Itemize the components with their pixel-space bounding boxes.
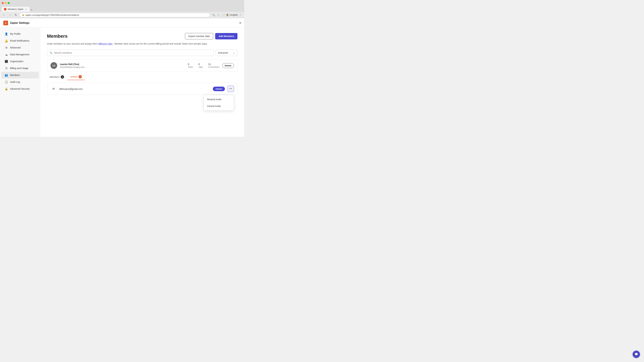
members-tabs: Members 1 Invited 1: [47, 74, 238, 80]
export-btn[interactable]: Export member data: [185, 33, 213, 39]
owner-stats: 0 Tasks 0 Zaps 11 Connections: [188, 63, 219, 68]
sidebar-item-audit-log[interactable]: 📋 Audit Log: [1, 79, 39, 85]
tab-invited-count: 1: [78, 75, 82, 78]
sidebar-label-data-management: Data Management: [10, 53, 29, 56]
org-icon: ⬛: [5, 60, 8, 63]
menu-btn[interactable]: ⋮: [239, 13, 242, 17]
filter-select[interactable]: Everyone ⌄: [216, 50, 238, 56]
app-title: Zapier Settings: [10, 21, 30, 24]
billing-icon: ☰: [5, 66, 8, 70]
owner-role-badge: Owner: [222, 63, 234, 68]
audit-icon: 📋: [5, 80, 8, 84]
roles-link[interactable]: different roles: [98, 42, 112, 45]
owner-zaps-value: 0: [198, 63, 203, 65]
description: Invite members to your account and assig…: [47, 42, 238, 45]
sidebar-label-advanced: Advanced: [10, 46, 20, 49]
reload-btn[interactable]: ↻: [14, 13, 18, 17]
url-bar[interactable]: 🔒 zapier.com/app/settings/17062338/membe…: [19, 13, 210, 17]
profile-icon: 👤: [5, 32, 8, 35]
zapier-logo: Z: [3, 21, 8, 25]
tab-members-label: Members: [50, 76, 59, 78]
page-header: Members Export member data Add Members: [47, 33, 238, 39]
sidebar-label-email-notifications: Email Notifications: [10, 39, 29, 42]
owner-tasks-label: Tasks: [188, 66, 193, 68]
sidebar-item-data-management[interactable]: ☁ Data Management: [1, 51, 39, 58]
add-members-btn[interactable]: Add Members: [215, 33, 238, 39]
sidebar-item-advanced[interactable]: ⚙ Advanced: [1, 44, 39, 51]
owner-avatar: LD: [50, 62, 57, 69]
url-text: zapier.com/app/settings/17062338/members…: [25, 14, 208, 16]
main-content: Members Export member data Add Members I…: [40, 28, 244, 137]
search-input[interactable]: [54, 51, 211, 54]
sidebar-item-advanced-security[interactable]: 🔒 Advanced Security: [1, 85, 39, 92]
app-window: 👤 My Profile 🔔 Email Notifications ⚙ Adv…: [0, 28, 244, 137]
back-btn[interactable]: ←: [2, 13, 6, 17]
tab-invited-label: Invited: [70, 75, 77, 78]
owner-name: Lauren Deli (You): [60, 63, 185, 65]
search-filter-row: 🔍 Everyone ⌄: [47, 50, 238, 56]
bell-icon: 🔔: [5, 39, 8, 42]
owner-tasks-value: 0: [188, 63, 193, 65]
sidebar-label-members: Members: [10, 74, 20, 76]
app-header: Z Zapier Settings ✕: [0, 18, 244, 28]
browser-tab[interactable]: Members | Zapier ✕: [2, 7, 30, 12]
admin-badge: Admin: [213, 87, 225, 91]
tab-members[interactable]: Members 1: [47, 74, 67, 80]
sidebar-label-audit-log: Audit Log: [10, 81, 20, 83]
dropdown-menu: Resend Invite Cancel Invite: [204, 95, 234, 111]
members-icon: 👥: [5, 73, 8, 77]
owner-connections-value: 11: [208, 63, 220, 65]
incognito-badge: 🕵 Incognito: [226, 14, 238, 16]
sidebar-item-billing[interactable]: ☰ Billing and Usage: [1, 65, 39, 71]
owner-zaps-label: Zaps: [198, 66, 203, 68]
security-icon: 🔒: [5, 87, 8, 90]
incognito-label: Incognito: [230, 14, 238, 16]
incognito-icon: 🕵: [226, 14, 229, 16]
cancel-invite-btn[interactable]: Cancel Invite: [204, 103, 234, 109]
header-actions: Export member data Add Members: [185, 33, 238, 39]
sidebar-label-my-profile: My Profile: [10, 32, 20, 35]
sidebar-item-organization[interactable]: ⬛ Organization: [1, 58, 39, 65]
search-btn[interactable]: 🔍: [212, 13, 216, 17]
sidebar-item-members[interactable]: 👥 Members: [1, 72, 39, 78]
resend-invite-btn[interactable]: Resend Invite: [204, 96, 234, 103]
owner-connections-label: Connections: [208, 66, 220, 68]
email-icon: ✉: [50, 86, 56, 92]
owner-tasks-stat: 0 Tasks: [188, 63, 193, 68]
tab-close-btn[interactable]: ✕: [25, 8, 27, 10]
search-icon: 🔍: [50, 51, 52, 54]
invited-email: d901eace@gmail.com: [59, 88, 210, 90]
tab-favicon: [4, 8, 6, 10]
owner-info: Lauren Deli (You) 24ee050e@moodjoy.com: [60, 63, 185, 68]
page-title: Members: [47, 33, 68, 39]
chevron-down-icon: ⌄: [233, 51, 235, 54]
forward-btn[interactable]: →: [8, 13, 12, 17]
sidebar-label-organization: Organization: [10, 60, 23, 63]
search-box: 🔍: [47, 50, 214, 56]
sidebar-label-advanced-security: Advanced Security: [10, 87, 30, 90]
owner-row: LD Lauren Deli (You) 24ee050e@moodjoy.co…: [47, 59, 238, 72]
owner-zaps-stat: 0 Zaps: [198, 63, 203, 68]
lock-icon: 🔒: [22, 14, 24, 16]
window-controls: [2, 2, 10, 4]
invited-row: ✉ d901eace@gmail.com Admin ••• Resend In…: [47, 83, 238, 95]
close-app-btn[interactable]: ✕: [239, 21, 242, 25]
description-text: Invite members to your account and assig…: [47, 42, 98, 45]
extensions-btn[interactable]: ⬜: [221, 13, 226, 17]
sidebar-label-billing: Billing and Usage: [10, 67, 28, 69]
tab-members-count: 1: [61, 75, 64, 79]
owner-connections-stat: 11 Connections: [208, 63, 220, 68]
more-options-btn[interactable]: ••• Resend Invite Cancel Invite: [228, 86, 234, 92]
browser-actions: 🔍 ☆ ⬜ 🕵 Incognito ⋮: [212, 13, 242, 17]
description-suffix: . Member task counts are for the current…: [113, 42, 208, 45]
invited-info: d901eace@gmail.com: [59, 87, 210, 90]
bookmark-btn[interactable]: ☆: [217, 13, 220, 17]
new-tab-btn[interactable]: +: [30, 8, 34, 12]
sidebar-item-my-profile[interactable]: 👤 My Profile: [1, 30, 39, 37]
cloud-icon: ☁: [5, 53, 8, 56]
sidebar: 👤 My Profile 🔔 Email Notifications ⚙ Adv…: [0, 28, 40, 137]
sidebar-item-email-notifications[interactable]: 🔔 Email Notifications: [1, 37, 39, 44]
settings-icon: ⚙: [5, 46, 8, 49]
more-icon: •••: [230, 88, 232, 90]
tab-invited[interactable]: Invited 1: [68, 74, 84, 80]
